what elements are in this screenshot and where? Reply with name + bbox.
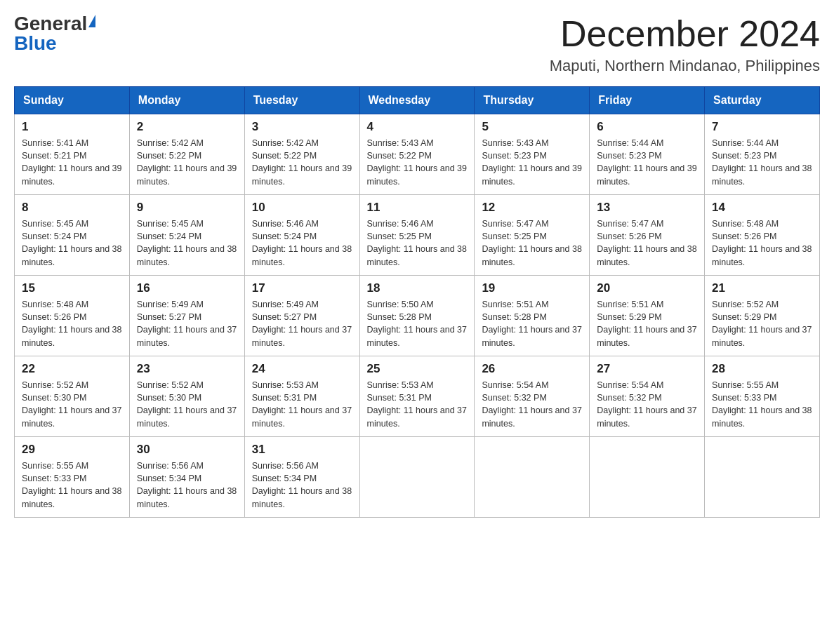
logo-general-text: General bbox=[14, 14, 87, 34]
day-info-19: Sunrise: 5:51 AMSunset: 5:28 PMDaylight:… bbox=[482, 298, 582, 349]
day-info-4: Sunrise: 5:43 AMSunset: 5:22 PMDaylight:… bbox=[367, 137, 468, 188]
empty-cell-w4-6 bbox=[705, 437, 820, 518]
day-number-5: 5 bbox=[482, 120, 582, 134]
day-number-22: 22 bbox=[22, 362, 122, 376]
day-cell-17: 17Sunrise: 5:49 AMSunset: 5:27 PMDayligh… bbox=[244, 276, 359, 356]
day-number-21: 21 bbox=[712, 281, 812, 295]
day-cell-15: 15Sunrise: 5:48 AMSunset: 5:26 PMDayligh… bbox=[15, 276, 130, 356]
day-number-29: 29 bbox=[22, 443, 122, 457]
calendar-table: SundayMondayTuesdayWednesdayThursdayFrid… bbox=[14, 86, 820, 518]
day-number-16: 16 bbox=[137, 281, 237, 295]
day-number-12: 12 bbox=[482, 201, 582, 215]
day-number-25: 25 bbox=[367, 362, 468, 376]
day-info-5: Sunrise: 5:43 AMSunset: 5:23 PMDaylight:… bbox=[482, 137, 582, 188]
month-title: December 2024 bbox=[550, 14, 820, 54]
day-number-19: 19 bbox=[482, 281, 582, 295]
day-cell-16: 16Sunrise: 5:49 AMSunset: 5:27 PMDayligh… bbox=[129, 276, 244, 356]
logo: General Blue bbox=[14, 14, 95, 53]
weekday-header-saturday: Saturday bbox=[705, 87, 820, 114]
day-cell-19: 19Sunrise: 5:51 AMSunset: 5:28 PMDayligh… bbox=[475, 276, 590, 356]
day-info-28: Sunrise: 5:55 AMSunset: 5:33 PMDaylight:… bbox=[712, 379, 812, 430]
day-info-14: Sunrise: 5:48 AMSunset: 5:26 PMDaylight:… bbox=[712, 217, 812, 269]
day-info-13: Sunrise: 5:47 AMSunset: 5:26 PMDaylight:… bbox=[597, 217, 697, 269]
day-number-8: 8 bbox=[22, 201, 122, 215]
day-cell-27: 27Sunrise: 5:54 AMSunset: 5:32 PMDayligh… bbox=[590, 356, 705, 437]
day-info-26: Sunrise: 5:54 AMSunset: 5:32 PMDaylight:… bbox=[482, 379, 582, 430]
day-info-18: Sunrise: 5:50 AMSunset: 5:28 PMDaylight:… bbox=[367, 298, 468, 349]
day-info-29: Sunrise: 5:55 AMSunset: 5:33 PMDaylight:… bbox=[22, 459, 122, 511]
day-info-3: Sunrise: 5:42 AMSunset: 5:22 PMDaylight:… bbox=[252, 137, 352, 188]
weekday-header-monday: Monday bbox=[129, 87, 244, 114]
day-info-16: Sunrise: 5:49 AMSunset: 5:27 PMDaylight:… bbox=[137, 298, 237, 349]
day-number-9: 9 bbox=[137, 201, 237, 215]
day-cell-20: 20Sunrise: 5:51 AMSunset: 5:29 PMDayligh… bbox=[590, 276, 705, 356]
day-info-22: Sunrise: 5:52 AMSunset: 5:30 PMDaylight:… bbox=[22, 379, 122, 430]
day-cell-9: 9Sunrise: 5:45 AMSunset: 5:24 PMDaylight… bbox=[129, 195, 244, 276]
week-row-4: 22Sunrise: 5:52 AMSunset: 5:30 PMDayligh… bbox=[15, 356, 820, 437]
day-cell-13: 13Sunrise: 5:47 AMSunset: 5:26 PMDayligh… bbox=[590, 195, 705, 276]
day-number-11: 11 bbox=[367, 201, 468, 215]
day-number-23: 23 bbox=[137, 362, 237, 376]
empty-cell-w4-5 bbox=[590, 437, 705, 518]
day-info-30: Sunrise: 5:56 AMSunset: 5:34 PMDaylight:… bbox=[137, 459, 237, 511]
day-info-23: Sunrise: 5:52 AMSunset: 5:30 PMDaylight:… bbox=[137, 379, 237, 430]
day-number-10: 10 bbox=[252, 201, 352, 215]
weekday-header-sunday: Sunday bbox=[15, 87, 130, 114]
day-number-27: 27 bbox=[597, 362, 697, 376]
day-cell-14: 14Sunrise: 5:48 AMSunset: 5:26 PMDayligh… bbox=[705, 195, 820, 276]
day-cell-22: 22Sunrise: 5:52 AMSunset: 5:30 PMDayligh… bbox=[15, 356, 130, 437]
day-number-13: 13 bbox=[597, 201, 697, 215]
day-cell-29: 29Sunrise: 5:55 AMSunset: 5:33 PMDayligh… bbox=[15, 437, 130, 518]
day-number-31: 31 bbox=[252, 443, 352, 457]
day-info-25: Sunrise: 5:53 AMSunset: 5:31 PMDaylight:… bbox=[367, 379, 468, 430]
day-cell-25: 25Sunrise: 5:53 AMSunset: 5:31 PMDayligh… bbox=[359, 356, 475, 437]
day-info-21: Sunrise: 5:52 AMSunset: 5:29 PMDaylight:… bbox=[712, 298, 812, 349]
day-info-12: Sunrise: 5:47 AMSunset: 5:25 PMDaylight:… bbox=[482, 217, 582, 269]
day-info-31: Sunrise: 5:56 AMSunset: 5:34 PMDaylight:… bbox=[252, 459, 352, 511]
day-number-6: 6 bbox=[597, 120, 697, 134]
day-info-17: Sunrise: 5:49 AMSunset: 5:27 PMDaylight:… bbox=[252, 298, 352, 349]
day-cell-10: 10Sunrise: 5:46 AMSunset: 5:24 PMDayligh… bbox=[244, 195, 359, 276]
weekday-header-friday: Friday bbox=[590, 87, 705, 114]
weekday-header-wednesday: Wednesday bbox=[359, 87, 475, 114]
day-cell-31: 31Sunrise: 5:56 AMSunset: 5:34 PMDayligh… bbox=[244, 437, 359, 518]
day-number-30: 30 bbox=[137, 443, 237, 457]
day-cell-30: 30Sunrise: 5:56 AMSunset: 5:34 PMDayligh… bbox=[129, 437, 244, 518]
day-info-2: Sunrise: 5:42 AMSunset: 5:22 PMDaylight:… bbox=[137, 137, 237, 188]
day-info-8: Sunrise: 5:45 AMSunset: 5:24 PMDaylight:… bbox=[22, 217, 122, 269]
day-info-15: Sunrise: 5:48 AMSunset: 5:26 PMDaylight:… bbox=[22, 298, 122, 349]
empty-cell-w4-3 bbox=[359, 437, 475, 518]
day-number-4: 4 bbox=[367, 120, 468, 134]
day-cell-2: 2Sunrise: 5:42 AMSunset: 5:22 PMDaylight… bbox=[129, 114, 244, 195]
day-cell-3: 3Sunrise: 5:42 AMSunset: 5:22 PMDaylight… bbox=[244, 114, 359, 195]
day-cell-11: 11Sunrise: 5:46 AMSunset: 5:25 PMDayligh… bbox=[359, 195, 475, 276]
day-cell-26: 26Sunrise: 5:54 AMSunset: 5:32 PMDayligh… bbox=[475, 356, 590, 437]
day-info-24: Sunrise: 5:53 AMSunset: 5:31 PMDaylight:… bbox=[252, 379, 352, 430]
day-cell-24: 24Sunrise: 5:53 AMSunset: 5:31 PMDayligh… bbox=[244, 356, 359, 437]
day-cell-18: 18Sunrise: 5:50 AMSunset: 5:28 PMDayligh… bbox=[359, 276, 475, 356]
day-info-27: Sunrise: 5:54 AMSunset: 5:32 PMDaylight:… bbox=[597, 379, 697, 430]
title-section: December 2024 Maputi, Northern Mindanao,… bbox=[550, 14, 820, 75]
day-number-14: 14 bbox=[712, 201, 812, 215]
week-row-3: 15Sunrise: 5:48 AMSunset: 5:26 PMDayligh… bbox=[15, 276, 820, 356]
day-cell-4: 4Sunrise: 5:43 AMSunset: 5:22 PMDaylight… bbox=[359, 114, 475, 195]
day-number-1: 1 bbox=[22, 120, 122, 134]
day-info-9: Sunrise: 5:45 AMSunset: 5:24 PMDaylight:… bbox=[137, 217, 237, 269]
empty-cell-w4-4 bbox=[475, 437, 590, 518]
day-number-24: 24 bbox=[252, 362, 352, 376]
day-cell-21: 21Sunrise: 5:52 AMSunset: 5:29 PMDayligh… bbox=[705, 276, 820, 356]
day-number-2: 2 bbox=[137, 120, 237, 134]
day-cell-1: 1Sunrise: 5:41 AMSunset: 5:21 PMDaylight… bbox=[15, 114, 130, 195]
day-cell-7: 7Sunrise: 5:44 AMSunset: 5:23 PMDaylight… bbox=[705, 114, 820, 195]
logo-blue-text: Blue bbox=[14, 34, 57, 53]
week-row-1: 1Sunrise: 5:41 AMSunset: 5:21 PMDaylight… bbox=[15, 114, 820, 195]
weekday-header-tuesday: Tuesday bbox=[244, 87, 359, 114]
day-info-7: Sunrise: 5:44 AMSunset: 5:23 PMDaylight:… bbox=[712, 137, 812, 188]
day-number-20: 20 bbox=[597, 281, 697, 295]
week-row-2: 8Sunrise: 5:45 AMSunset: 5:24 PMDaylight… bbox=[15, 195, 820, 276]
day-number-3: 3 bbox=[252, 120, 352, 134]
page-header: General Blue December 2024 Maputi, North… bbox=[14, 14, 820, 75]
day-info-1: Sunrise: 5:41 AMSunset: 5:21 PMDaylight:… bbox=[22, 137, 122, 188]
logo-triangle-icon bbox=[88, 15, 95, 27]
day-number-15: 15 bbox=[22, 281, 122, 295]
